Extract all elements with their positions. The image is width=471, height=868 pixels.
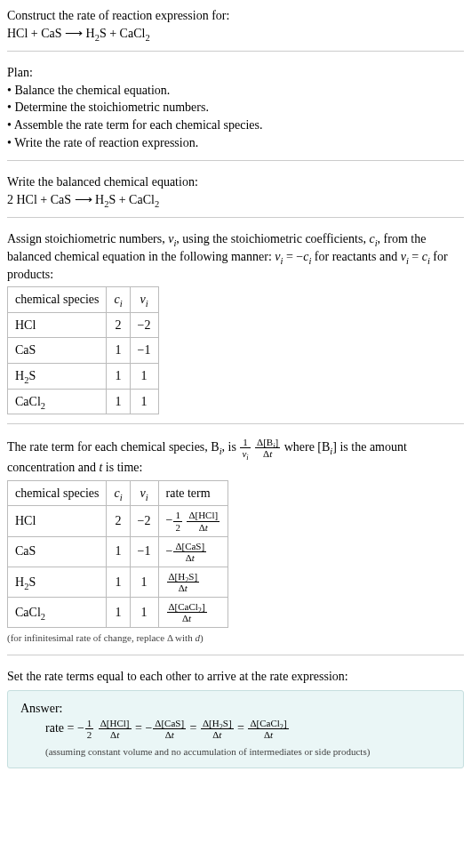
stoich-text: Assign stoichiometric numbers, νi, using…: [7, 230, 464, 283]
answer-rate: rate = −12 Δ[HCl]Δt = −Δ[CaS]Δt = Δ[H2S]…: [20, 718, 451, 740]
table-header-row: chemical species ci νi rate term: [8, 480, 228, 506]
balanced-heading: Write the balanced chemical equation:: [7, 173, 464, 191]
col-ci: ci: [107, 480, 130, 506]
table-row: CaS1−1−Δ[CaS]Δt: [8, 536, 228, 567]
rate-term-footnote: (for infinitesimal rate of change, repla…: [7, 631, 464, 645]
col-nui: νi: [130, 287, 158, 313]
table-header-row: chemical species ci νi: [8, 287, 159, 313]
plan-section: Plan: • Balance the chemical equation. •…: [7, 64, 464, 161]
col-rate: rate term: [158, 480, 228, 506]
plan-item: • Assemble the rate term for each chemic…: [7, 117, 464, 134]
rate-term-section: The rate term for each chemical species,…: [7, 437, 464, 655]
table-row: H2S11: [8, 363, 159, 389]
col-species: chemical species: [8, 480, 107, 506]
table-row: H2S11Δ[H2S]Δt: [8, 567, 228, 597]
col-species: chemical species: [8, 287, 107, 313]
plan-item: • Determine the stoichiometric numbers.: [7, 99, 464, 117]
prompt-text: Construct the rate of reaction expressio…: [7, 7, 464, 25]
prompt-equation: HCl + CaS ⟶ H2S + CaCl2: [7, 25, 464, 43]
plan-item: • Write the rate of reaction expression.: [7, 134, 464, 152]
final-section: Set the rate terms equal to each other t…: [7, 668, 464, 778]
table-row: HCl2−2: [8, 312, 159, 338]
col-ci: ci: [107, 287, 130, 313]
plan-heading: Plan:: [7, 64, 464, 82]
table-row: HCl2−2−12 Δ[HCl]Δt: [8, 506, 228, 536]
rate-term-table: chemical species ci νi rate term HCl2−2−…: [7, 480, 228, 628]
table-row: CaCl211: [8, 389, 159, 414]
answer-assumption: (assuming constant volume and no accumul…: [20, 745, 451, 759]
stoich-table: chemical species ci νi HCl2−2 CaS1−1 H2S…: [7, 286, 159, 414]
final-heading: Set the rate terms equal to each other t…: [7, 668, 464, 686]
table-row: CaCl211Δ[CaCl2]Δt: [8, 598, 228, 628]
stoich-section: Assign stoichiometric numbers, νi, using…: [7, 230, 464, 424]
rate-term-text: The rate term for each chemical species,…: [7, 437, 464, 477]
table-row: CaS1−1: [8, 338, 159, 364]
balanced-equation: 2 HCl + CaS ⟶ H2S + CaCl2: [7, 191, 464, 209]
answer-box: Answer: rate = −12 Δ[HCl]Δt = −Δ[CaS]Δt …: [7, 690, 464, 768]
balanced-section: Write the balanced chemical equation: 2 …: [7, 173, 464, 218]
plan-item: • Balance the chemical equation.: [7, 82, 464, 100]
prompt-section: Construct the rate of reaction expressio…: [7, 7, 464, 52]
answer-label: Answer:: [20, 700, 451, 718]
col-nui: νi: [130, 480, 158, 506]
